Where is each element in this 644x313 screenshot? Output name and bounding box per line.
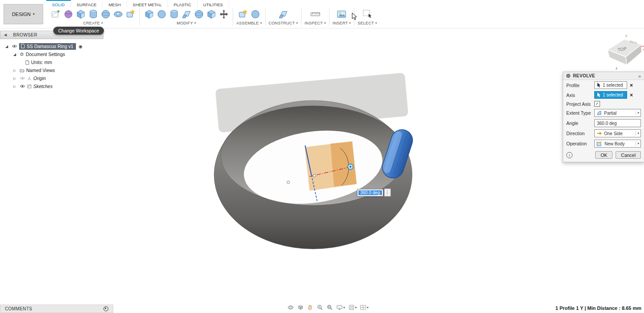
shell-icon[interactable] [168,8,180,20]
toolbar-menu-modify[interactable]: MODIFY▾ [177,21,196,25]
comments-toggle-icon[interactable] [103,306,108,311]
tree-row-root[interactable]: ◢ SS Damascus Ring v1 ◉ [0,42,103,50]
operation-label: Operation [566,141,594,146]
combine-icon[interactable] [205,8,217,20]
toolbar-menu-insert[interactable]: INSERT▾ [333,21,351,25]
axis-row: Axis 1 selected × [563,90,644,100]
scale-icon[interactable] [193,8,205,20]
cancel-button[interactable]: Cancel [616,151,641,159]
toolbar-menu-select[interactable]: SELECT▾ [358,21,377,25]
expand-triangle-icon[interactable]: ▷ [13,84,18,88]
fusion-window: DESIGN ▾ SOLID SURFACE MESH SHEET METAL … [0,0,644,313]
toolbar-group-create: CREATE▾ [47,8,140,25]
tree-item-label: Named Views [26,68,55,73]
ok-button[interactable]: OK [595,151,612,159]
tree-row-document-settings[interactable]: ◢ ⚙ Document Settings [0,50,103,58]
viewports-icon[interactable]: ▾ [359,304,370,311]
create-sketch-icon[interactable] [50,8,62,20]
tab-sheet-metal[interactable]: SHEET METAL [127,0,168,8]
sketch-point[interactable] [287,181,290,184]
toolbar-menu-construct[interactable]: CONSTRUCT▾ [269,21,298,25]
tab-plastic[interactable]: PLASTIC [168,0,198,8]
create-cylinder-icon[interactable] [87,8,99,20]
activate-component-icon[interactable]: ◉ [79,44,83,49]
sketch-origin-point[interactable] [313,174,316,177]
tab-mesh[interactable]: MESH [103,0,127,8]
fillet-icon[interactable] [155,8,167,20]
expand-triangle-icon[interactable]: ▷ [13,76,18,80]
info-icon[interactable]: i [566,152,572,158]
grid-display-icon[interactable]: ▾ [347,304,358,311]
chevron-down-icon: ▾ [367,306,369,309]
tab-surface[interactable]: SURFACE [71,0,103,8]
move-copy-icon[interactable] [218,8,230,20]
create-sphere-icon[interactable] [99,8,111,20]
tree-row-named-views[interactable]: ▷ Named Views [0,66,103,74]
create-form-icon[interactable] [62,8,74,20]
more-options-icon[interactable]: ⋮ [384,189,391,197]
component-icon [21,44,25,48]
construction-plane-icon[interactable] [277,8,289,20]
partial-extent-icon [596,110,602,116]
visibility-eye-icon[interactable] [12,44,17,49]
toolbar-menu-create[interactable]: CREATE▾ [83,21,103,25]
axis-selection-field[interactable]: 1 selected [594,91,627,99]
tree-row-origin[interactable]: ▷ Origin [0,74,103,82]
toolbar-menu-assemble[interactable]: ASSEMBLE▾ [236,21,262,25]
chevron-down-icon: ▾ [296,21,298,25]
visibility-eye-icon[interactable] [20,76,25,81]
clear-profile-selection-icon[interactable]: × [630,83,633,88]
profile-selection-field[interactable]: 1 selected [594,81,627,89]
expand-triangle-icon[interactable]: ▷ [13,68,18,72]
operation-select[interactable]: New Body ▾ [594,140,641,148]
angle-input-float: 360.0 deg ⋮ [357,189,391,197]
revolve-dialog-header[interactable]: REVOLVE » [563,72,644,80]
zoom-icon[interactable] [316,304,324,311]
project-axis-checkbox[interactable]: ✓ [594,101,600,107]
cursor-select-icon [597,92,601,97]
dialog-title: REVOLVE [573,73,636,78]
tree-row-sketches[interactable]: ▷ Sketches [0,82,103,90]
pan-icon[interactable] [306,304,314,311]
tree-item-label: Origin [33,76,46,81]
display-settings-icon[interactable]: ▾ [335,304,346,311]
measure-icon[interactable] [309,8,321,20]
tree-item-label: Units: mm [31,60,52,65]
draft-icon[interactable] [180,8,192,20]
one-side-direction-icon [596,131,602,136]
orbit-icon[interactable] [286,304,295,311]
fit-icon[interactable] [326,304,334,311]
extent-type-select[interactable]: Partial ▾ [594,109,641,117]
insert-canvas-icon[interactable] [336,8,348,20]
angle-input[interactable]: 360.0 deg [594,119,641,127]
joint-icon[interactable] [249,8,261,20]
toolbar-menu-inspect[interactable]: INSPECT▾ [305,21,326,25]
collapse-panel-icon[interactable]: ◀ [4,33,7,37]
view-cube[interactable]: TOP BACK x y z [602,32,644,73]
gear-icon: ⚙ [20,52,24,57]
new-component-icon[interactable] [237,8,249,20]
workspace-selector-button[interactable]: DESIGN ▾ [4,4,43,24]
select-window-icon[interactable] [362,8,374,20]
clear-axis-selection-icon[interactable]: × [630,93,633,97]
look-at-icon[interactable] [296,304,305,311]
visibility-eye-icon[interactable] [20,84,25,89]
profile-row: Profile 1 selected × [563,80,644,90]
expand-dialog-icon[interactable]: » [638,73,641,79]
comments-bar[interactable]: COMMENTS [0,305,113,313]
expand-triangle-icon[interactable]: ◢ [13,52,18,56]
create-pattern-icon[interactable] [124,8,136,20]
create-box-icon[interactable] [75,8,87,20]
expand-triangle-icon[interactable]: ◢ [5,44,10,48]
sketch-profile-region[interactable] [330,141,357,187]
press-pull-icon[interactable] [143,8,155,20]
tab-solid[interactable]: SOLID [46,0,71,8]
create-torus-icon[interactable] [112,8,124,20]
project-axis-row: Project Axis ✓ [563,100,644,108]
direction-select[interactable]: One Side ▾ [594,129,641,137]
profile-label: Profile [566,83,594,88]
tree-row-units[interactable]: Units: mm [0,58,103,66]
viewport-angle-input[interactable]: 360.0 deg [357,189,383,197]
tab-utilities[interactable]: UTILITIES [198,0,229,8]
root-component[interactable]: SS Damascus Ring v1 [19,43,76,50]
